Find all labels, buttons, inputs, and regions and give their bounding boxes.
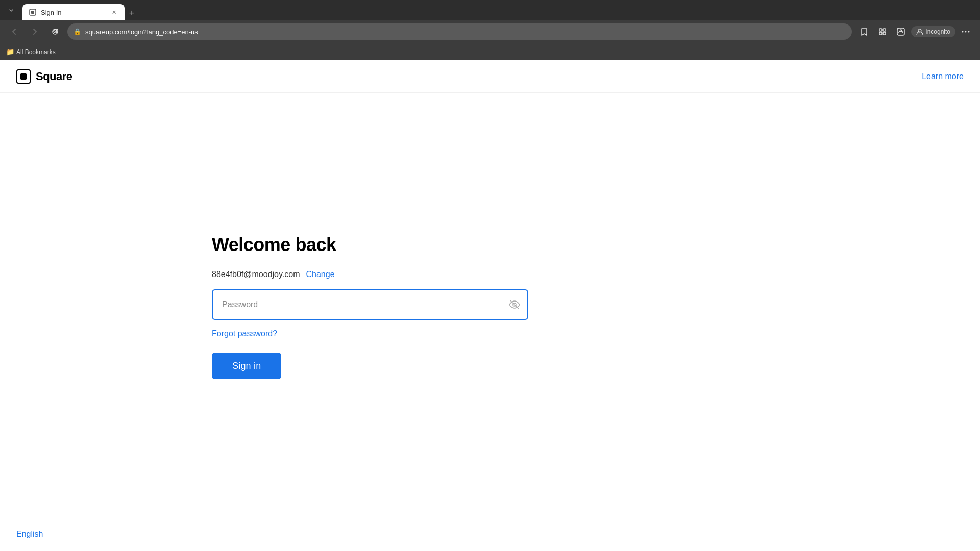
back-button[interactable] (6, 23, 22, 40)
language-selector[interactable]: English (16, 530, 43, 538)
browser-toolbar: 🔒 squareup.com/login?lang_code=en-us (0, 20, 980, 43)
menu-button[interactable] (958, 23, 974, 40)
bookmarks-folder-icon: 📁 (6, 48, 14, 56)
sign-in-button[interactable]: Sign in (212, 353, 281, 379)
incognito-label: Incognito (925, 28, 950, 35)
svg-point-9 (962, 31, 964, 33)
new-tab-button[interactable]: + (125, 6, 139, 20)
page-footer: English (16, 530, 43, 539)
tab-list-button[interactable] (4, 3, 18, 17)
email-row: 88e4fb0f@moodjoy.com Change (212, 270, 335, 279)
bookmark-button[interactable] (856, 23, 872, 40)
svg-rect-6 (897, 28, 904, 35)
profile-button[interactable] (893, 23, 909, 40)
page-content: Square Learn more Welcome back 88e4fb0f@… (0, 60, 980, 551)
logo-container: Square (16, 69, 72, 84)
change-email-link[interactable]: Change (306, 270, 334, 279)
address-text: squareup.com/login?lang_code=en-us (85, 28, 846, 36)
tab-favicon (29, 8, 37, 16)
tab-strip: Sign In ✕ + (22, 0, 976, 20)
title-bar: Sign In ✕ + (0, 0, 980, 20)
password-field-container (212, 289, 528, 320)
forgot-password-link[interactable]: Forgot password? (212, 329, 277, 338)
bookmarks-bar: 📁 All Bookmarks (0, 43, 980, 60)
browser-chrome: Sign In ✕ + 🔒 squareup.com/login?lang_co… (0, 0, 980, 60)
svg-rect-5 (883, 32, 886, 35)
toolbar-actions: Incognito (856, 23, 974, 40)
svg-rect-1 (31, 11, 34, 14)
site-header: Square Learn more (0, 60, 980, 93)
security-lock-icon: 🔒 (74, 28, 81, 35)
address-bar[interactable]: 🔒 squareup.com/login?lang_code=en-us (67, 23, 852, 40)
password-input[interactable] (212, 289, 528, 320)
password-visibility-toggle[interactable] (509, 299, 520, 310)
square-logo-icon (16, 69, 31, 84)
svg-point-11 (968, 31, 970, 33)
incognito-badge: Incognito (911, 26, 955, 37)
svg-rect-2 (879, 29, 882, 31)
tab-nav-buttons (4, 3, 18, 17)
bookmarks-label[interactable]: All Bookmarks (16, 48, 56, 56)
forward-button[interactable] (27, 23, 43, 40)
active-tab[interactable]: Sign In ✕ (22, 4, 125, 20)
logo-text: Square (36, 70, 72, 83)
svg-point-7 (900, 30, 902, 31)
svg-rect-3 (883, 29, 886, 31)
reload-button[interactable] (47, 23, 63, 40)
svg-point-10 (965, 31, 967, 33)
welcome-title: Welcome back (212, 234, 336, 256)
svg-rect-4 (879, 32, 882, 35)
extensions-button[interactable] (874, 23, 891, 40)
tab-close-button[interactable]: ✕ (109, 8, 118, 17)
learn-more-link[interactable]: Learn more (922, 72, 964, 81)
email-display: 88e4fb0f@moodjoy.com (212, 270, 300, 279)
main-content: Welcome back 88e4fb0f@moodjoy.com Change… (0, 93, 980, 551)
logo-inner (20, 73, 27, 80)
tab-title: Sign In (41, 9, 105, 16)
